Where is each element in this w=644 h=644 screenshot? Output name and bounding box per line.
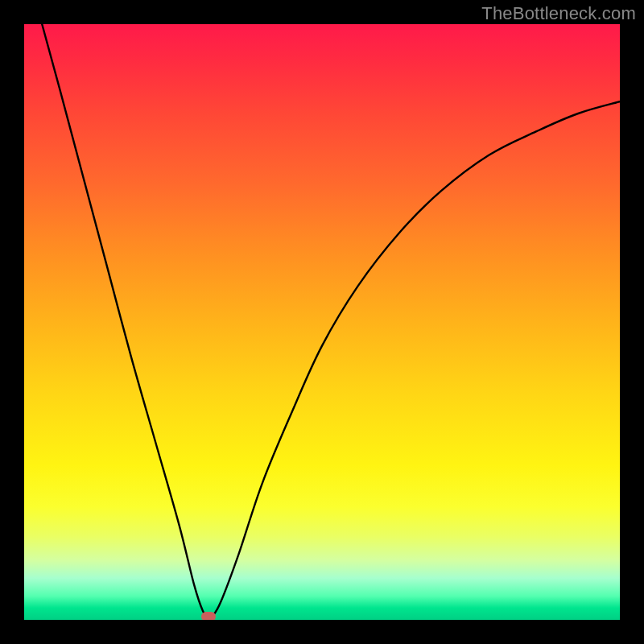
- curve-layer: [24, 24, 620, 620]
- minimum-marker: [201, 612, 216, 620]
- plot-area: [24, 24, 620, 620]
- outer-frame: TheBottleneck.com: [0, 0, 644, 644]
- bottleneck-curve: [42, 24, 620, 618]
- watermark-text: TheBottleneck.com: [481, 3, 636, 24]
